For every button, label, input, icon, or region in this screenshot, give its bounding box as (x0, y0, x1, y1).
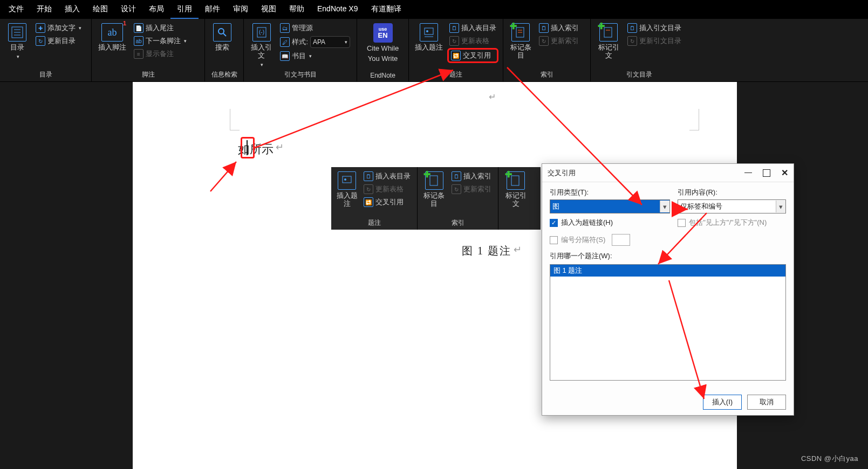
insert-tof-icon: 🗒 (449, 23, 459, 33)
insert-tof-button-2[interactable]: 🗒插入表目录 (361, 170, 413, 182)
checkbox-empty-icon: ✓ (550, 236, 558, 244)
menu-item-4[interactable]: 设计 (114, 0, 142, 19)
bibliography-button[interactable]: 📖 书目▾ (278, 50, 352, 62)
insert-footnote-icon: ab (101, 23, 123, 42)
mark-citation-button-2[interactable]: ✚ 标记引文 (503, 170, 529, 208)
svg-line-5 (223, 33, 226, 36)
mark-entry-button[interactable]: ✚ 标记条目 (508, 22, 534, 60)
next-footnote-button[interactable]: ab 下一条脚注▾ (132, 35, 189, 47)
menu-item-2[interactable]: 插入 (58, 0, 86, 19)
add-text-button[interactable]: ✚ 添加文字▾ (33, 22, 84, 34)
group-title-footnote: 脚注 (96, 69, 200, 81)
separator-checkbox: ✓ 编号分隔符(S) (550, 234, 670, 246)
page-margin-corner (230, 109, 240, 130)
menu-item-6[interactable]: 引用 (170, 0, 199, 19)
show-notes-button[interactable]: ≡ 显示备注 (132, 48, 189, 60)
menu-item-7[interactable]: 邮件 (199, 0, 227, 19)
menu-item-10[interactable]: 帮助 (283, 0, 311, 19)
bibliography-icon: 📖 (280, 51, 290, 61)
svg-rect-19 (511, 176, 519, 185)
style-row: 🖊 样式: APA ▾ (278, 35, 352, 49)
manage-sources-icon: 🗂 (280, 23, 290, 33)
cross-reference-button-2[interactable]: 🔁交叉引用 (361, 196, 413, 208)
mark-citation-button[interactable]: ✚ 标记引文 (595, 22, 622, 60)
ref-type-combo[interactable]: 图 ▾ (550, 199, 670, 213)
update-toa-icon: ↻ (627, 36, 637, 46)
insert-index-button-2[interactable]: 🗒插入索引 (449, 170, 494, 182)
dialog-titlebar[interactable]: 交叉引用 ✕ (542, 164, 794, 182)
menu-item-3[interactable]: 绘图 (86, 0, 114, 19)
group-title-search: 信息检索 (209, 69, 239, 81)
ref-content-combo[interactable]: 仅标签和编号 ▾ (678, 199, 786, 213)
separator-field (612, 234, 630, 246)
group-title-toc: 目录 (4, 69, 87, 81)
style-select[interactable]: APA ▾ (310, 36, 350, 48)
chevron-down-icon: ▾ (345, 39, 347, 45)
minimize-icon[interactable] (744, 173, 752, 173)
group-title-caption: 题注 (413, 69, 498, 81)
insert-toa-button[interactable]: 🗒 插入引文目录 (625, 22, 684, 34)
caption-listbox[interactable]: 图 1 题注 (550, 264, 786, 381)
cancel-button[interactable]: 取消 (747, 395, 786, 410)
cite-while-you-write-button[interactable]: use EN Cite While You Write (361, 22, 404, 63)
manage-sources-button[interactable]: 🗂 管理源 (278, 22, 352, 34)
chevron-down-icon: ▾ (776, 201, 785, 212)
svg-point-9 (426, 30, 428, 32)
chevron-down-icon: ▾ (17, 54, 19, 59)
update-tof-button[interactable]: ↻ 更新表格 (447, 35, 498, 47)
insert-index-button[interactable]: 🗒 插入索引 (537, 22, 581, 34)
page-margin-corner-tr (689, 109, 699, 130)
close-icon[interactable]: ✕ (781, 169, 788, 177)
checkbox-empty-icon: ✓ (678, 219, 686, 227)
group-toa: ✚ 标记引文 🗒 插入引文目录 ↻ 更新引文目录 引文目录 (591, 19, 688, 81)
paragraph-mark: ↵ (489, 92, 496, 102)
insert-caption-button-2[interactable]: 插入题注 (336, 170, 358, 208)
update-toc-button[interactable]: ↻ 更新目录 (33, 35, 84, 47)
cross-reference-button[interactable]: 🔁 交叉引用 (447, 48, 498, 63)
menu-item-1[interactable]: 开始 (30, 0, 58, 19)
figure-caption: 图 1 题注↵ (462, 244, 523, 258)
insert-citation-button[interactable]: (-) 插入引文▾ (248, 22, 275, 67)
search-button[interactable]: 搜索 (209, 22, 235, 52)
cross-reference-icon: 🔁 (451, 51, 461, 60)
add-text-icon: ✚ (36, 23, 45, 33)
update-index-button-2[interactable]: ↻更新索引 (449, 183, 494, 195)
menubar: 文件开始插入绘图设计布局引用邮件审阅视图帮助EndNote X9有道翻译 (0, 0, 868, 19)
menu-item-9[interactable]: 视图 (255, 0, 283, 19)
insert-caption-button[interactable]: 插入题注 (413, 22, 444, 52)
menu-item-11[interactable]: EndNote X9 (311, 0, 365, 19)
menu-item-8[interactable]: 审阅 (227, 0, 255, 19)
group-title-toa: 引文目录 (595, 69, 684, 81)
insert-tof-button[interactable]: 🗒 插入表目录 (447, 22, 498, 34)
insert-index-icon: 🗒 (539, 23, 549, 33)
ribbon-references: 目录 ▾ ✚ 添加文字▾ ↻ 更新目录 目录 ab 1 (0, 19, 868, 82)
svg-rect-14 (604, 27, 612, 37)
mark-entry-button-2[interactable]: ✚ 标记条目 (422, 170, 446, 208)
menu-item-5[interactable]: 布局 (142, 0, 170, 19)
endnote-icon: use EN (373, 23, 393, 43)
dialog-title-text: 交叉引用 (548, 168, 576, 178)
svg-rect-16 (343, 176, 351, 183)
group-citation: (-) 插入引文▾ 🗂 管理源 🖊 样式: APA ▾ (244, 19, 357, 81)
insert-caption-icon (420, 23, 438, 42)
update-tof-icon: ↻ (449, 36, 459, 46)
insert-footnote-button[interactable]: ab 1 插入脚注 (96, 22, 128, 52)
cross-reference-dialog: 交叉引用 ✕ 引用类型(T): 图 ▾ 引用内容(R): 仅标签和编号 ▾ (542, 163, 794, 416)
list-item[interactable]: 图 1 题注 (550, 265, 785, 277)
maximize-icon[interactable] (763, 169, 770, 177)
update-index-button[interactable]: ↻ 更新索引 (537, 35, 581, 47)
which-caption-label: 引用哪一个题注(W): (550, 252, 612, 260)
svg-point-17 (344, 178, 346, 181)
mark-citation-icon: ✚ (599, 23, 618, 42)
insert-button[interactable]: 插入(I) (703, 395, 742, 410)
insert-hyperlink-checkbox[interactable]: ✓ 插入为超链接(H) (550, 218, 670, 227)
menu-item-12[interactable]: 有道翻译 (365, 0, 408, 19)
toc-icon (8, 23, 26, 42)
insert-endnote-button[interactable]: 📄 插入尾注 (132, 22, 189, 34)
menu-item-0[interactable]: 文件 (2, 0, 30, 19)
toc-button[interactable]: 目录 ▾ (4, 22, 30, 59)
style-icon: 🖊 (280, 37, 290, 47)
update-toa-button[interactable]: ↻ 更新引文目录 (625, 35, 684, 47)
group-search: 搜索 信息检索 (205, 19, 244, 81)
update-tof-button-2[interactable]: ↻更新表格 (361, 183, 413, 195)
